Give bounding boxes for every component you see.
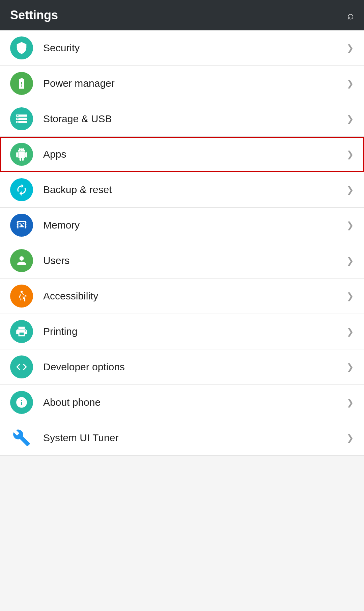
users-icon: [10, 249, 33, 272]
security-label: Security: [43, 42, 346, 54]
page-title: Settings: [10, 8, 58, 22]
backup-chevron: ❯: [346, 185, 354, 195]
settings-item-power-manager[interactable]: Power manager ❯: [0, 66, 364, 101]
developer-options-label: Developer options: [43, 361, 346, 373]
security-icon: [10, 36, 33, 59]
accessibility-label: Accessibility: [43, 290, 346, 302]
accessibility-icon: [10, 285, 33, 308]
users-label: Users: [43, 255, 346, 266]
accessibility-chevron: ❯: [346, 291, 354, 301]
backup-icon: [10, 178, 33, 201]
developer-options-icon: [10, 355, 33, 378]
settings-list: Security ❯ Power manager ❯ Storage & USB…: [0, 30, 364, 456]
settings-item-accessibility[interactable]: Accessibility ❯: [0, 278, 364, 314]
about-phone-icon: [10, 391, 33, 414]
developer-options-chevron: ❯: [346, 362, 354, 372]
settings-header: Settings ⌕: [0, 0, 364, 30]
power-manager-label: Power manager: [43, 78, 346, 89]
backup-label: Backup & reset: [43, 184, 346, 195]
svg-point-4: [21, 291, 23, 293]
settings-item-security[interactable]: Security ❯: [0, 30, 364, 66]
system-ui-tuner-label: System UI Tuner: [43, 432, 346, 444]
memory-icon: [10, 214, 33, 237]
svg-rect-1: [23, 223, 24, 224]
storage-label: Storage & USB: [43, 113, 346, 125]
settings-item-system-ui-tuner[interactable]: System UI Tuner ❯: [0, 420, 364, 456]
settings-item-storage-usb[interactable]: Storage & USB ❯: [0, 101, 364, 137]
system-ui-tuner-chevron: ❯: [346, 433, 354, 443]
apps-chevron: ❯: [346, 149, 354, 160]
settings-item-developer-options[interactable]: Developer options ❯: [0, 349, 364, 385]
system-ui-tuner-icon: [10, 426, 33, 449]
settings-item-apps[interactable]: Apps ❯: [0, 137, 364, 172]
security-chevron: ❯: [346, 43, 354, 53]
power-manager-chevron: ❯: [346, 78, 354, 89]
printing-icon: [10, 320, 33, 343]
storage-chevron: ❯: [346, 114, 354, 124]
svg-rect-3: [23, 226, 24, 227]
memory-chevron: ❯: [346, 220, 354, 231]
settings-item-users[interactable]: Users ❯: [0, 243, 364, 278]
settings-item-about-phone[interactable]: About phone ❯: [0, 385, 364, 420]
search-icon[interactable]: ⌕: [347, 9, 354, 22]
users-chevron: ❯: [346, 256, 354, 266]
about-phone-label: About phone: [43, 397, 346, 408]
power-manager-icon: [10, 72, 33, 95]
memory-label: Memory: [43, 219, 346, 231]
svg-rect-2: [20, 226, 21, 227]
svg-rect-0: [20, 223, 21, 224]
storage-icon: [10, 107, 33, 130]
printing-label: Printing: [43, 326, 346, 337]
settings-item-backup-reset[interactable]: Backup & reset ❯: [0, 172, 364, 208]
printing-chevron: ❯: [346, 326, 354, 337]
settings-item-printing[interactable]: Printing ❯: [0, 314, 364, 349]
apps-icon: [10, 143, 33, 166]
settings-item-memory[interactable]: Memory ❯: [0, 208, 364, 243]
about-phone-chevron: ❯: [346, 397, 354, 408]
apps-label: Apps: [43, 149, 346, 160]
